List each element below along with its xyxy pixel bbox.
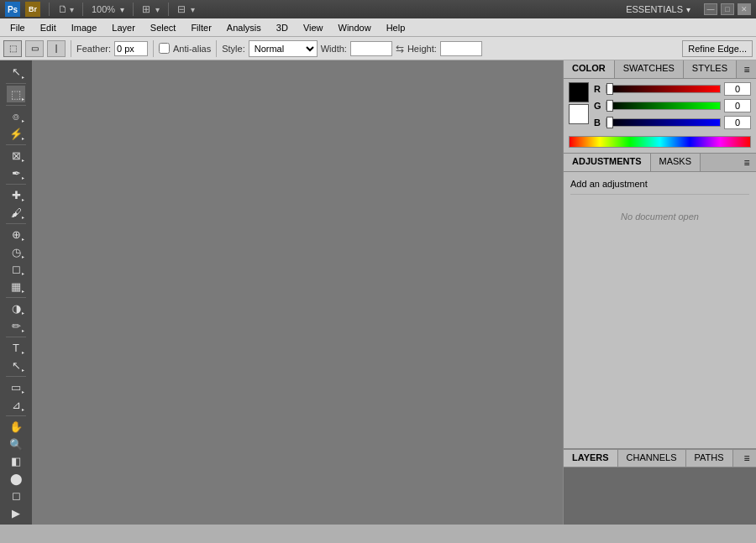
blue-value-input[interactable] — [724, 116, 751, 129]
adj-divider — [570, 194, 749, 195]
style-label: Style: — [222, 44, 245, 54]
red-value-input[interactable] — [724, 82, 751, 96]
history-tool[interactable]: ◷▸ — [7, 243, 25, 260]
crop-tool[interactable]: ⊠▸ — [7, 148, 25, 164]
close-button[interactable]: ✕ — [738, 3, 751, 15]
tab-channels[interactable]: CHANNELS — [618, 450, 686, 467]
lasso-tool[interactable]: ⌾▸ — [7, 108, 25, 125]
marquee-single-row-btn[interactable]: ▭ — [25, 40, 44, 57]
arrange-dropdown[interactable]: ▾ — [191, 5, 195, 14]
anti-alias-checkbox[interactable] — [159, 43, 170, 54]
tab-adjustments[interactable]: ADJUSTMENTS — [564, 154, 651, 171]
tool-separator-11 — [6, 297, 26, 298]
height-input[interactable] — [440, 41, 482, 56]
green-slider-row: G — [594, 99, 751, 112]
color-panel: COLOR SWATCHES STYLES ≡ R — [564, 60, 756, 154]
screen-mode-tool[interactable]: ◻ — [7, 488, 25, 504]
menu-bar: FileEditImageLayerSelectFilterAnalysis3D… — [0, 18, 756, 37]
adj-content: Add an adjustment No document open — [564, 172, 756, 228]
layers-panel-menu-btn[interactable]: ≡ — [738, 450, 756, 467]
canvas-area[interactable] — [32, 60, 563, 525]
fg-bg-swatch[interactable]: ◧ — [7, 453, 25, 470]
feather-label: Feather: — [76, 44, 111, 54]
gradient-tool[interactable]: ▦▸ — [7, 278, 25, 295]
menu-item-view[interactable]: View — [297, 21, 330, 34]
file-nav-icon[interactable]: 🗋 — [58, 3, 68, 15]
tool-separator-3 — [6, 144, 26, 145]
feather-input[interactable] — [114, 41, 148, 56]
red-slider-thumb[interactable] — [606, 83, 613, 95]
tool-separator-0 — [6, 83, 26, 84]
red-slider-track[interactable] — [606, 85, 721, 93]
essentials-label[interactable]: ESSENTIALS — [626, 4, 683, 14]
clone-tool[interactable]: ⊕▸ — [7, 227, 25, 243]
marquee-single-col-btn[interactable]: | — [47, 40, 66, 57]
green-value-input[interactable] — [724, 99, 751, 112]
menu-item-filter[interactable]: Filter — [184, 21, 218, 34]
color-panel-tabs: COLOR SWATCHES STYLES ≡ — [564, 60, 756, 79]
menu-item-file[interactable]: File — [3, 21, 32, 34]
adj-empty-message: No document open — [570, 211, 749, 222]
heal-tool[interactable]: ✚▸ — [7, 187, 25, 204]
color-panel-menu-btn[interactable]: ≡ — [738, 60, 756, 78]
marquee-rect-btn[interactable]: ⬚ — [3, 40, 22, 57]
hand-tool[interactable]: ✋ — [7, 419, 25, 436]
minimize-button[interactable]: — — [704, 3, 717, 15]
brush-tool[interactable]: 🖌▸ — [7, 204, 25, 221]
menu-item-3d[interactable]: 3D — [270, 21, 295, 34]
spectrum-bar[interactable] — [569, 136, 751, 148]
quick-mask-tool[interactable]: ⬤ — [7, 471, 25, 488]
refine-edge-button[interactable]: Refine Edge... — [682, 40, 753, 57]
menu-item-help[interactable]: Help — [380, 21, 412, 34]
red-slider-row: R — [594, 82, 751, 96]
style-select[interactable]: Normal Fixed Ratio Fixed Size — [249, 40, 318, 57]
menu-item-select[interactable]: Select — [144, 21, 183, 34]
cs-review-tool[interactable]: ▶ — [7, 505, 25, 522]
menu-item-analysis[interactable]: Analysis — [220, 21, 268, 34]
green-slider-thumb[interactable] — [606, 100, 613, 112]
menu-item-layer[interactable]: Layer — [105, 21, 142, 34]
tab-paths[interactable]: PATHS — [686, 450, 733, 467]
width-input[interactable] — [350, 41, 392, 56]
opt-sep1 — [71, 40, 71, 57]
green-slider-track[interactable] — [606, 102, 721, 110]
tab-swatches[interactable]: SWATCHES — [615, 60, 684, 78]
path-select-tool[interactable]: ↖▸ — [7, 357, 25, 373]
menu-item-window[interactable]: Window — [332, 21, 378, 34]
zoom-tool[interactable]: 🔍 — [7, 436, 25, 452]
menu-item-edit[interactable]: Edit — [34, 21, 63, 34]
opt-sep2 — [153, 40, 154, 57]
marquee-tool[interactable]: ⬚▸ — [7, 86, 25, 102]
pen-tool[interactable]: ✏▸ — [7, 317, 25, 334]
eraser-tool[interactable]: ◻▸ — [7, 261, 25, 278]
view-dropdown[interactable]: ▾ — [155, 5, 160, 14]
shape-tool[interactable]: ▭▸ — [7, 379, 25, 396]
tab-styles[interactable]: STYLES — [684, 60, 737, 78]
essentials-dropdown[interactable]: ▾ — [686, 5, 690, 14]
fg-color-swatch[interactable] — [569, 82, 589, 102]
maximize-button[interactable]: □ — [721, 3, 734, 15]
3d-tool[interactable]: ⊿▸ — [7, 396, 25, 413]
file-nav-dropdown[interactable]: ▾ — [70, 5, 74, 14]
br-app-icon[interactable]: Br — [25, 2, 40, 17]
tab-masks[interactable]: MASKS — [651, 154, 701, 171]
view-icon[interactable]: ⊞ — [142, 3, 150, 15]
bg-color-swatch[interactable] — [569, 104, 589, 124]
menu-item-image[interactable]: Image — [65, 21, 104, 34]
zoom-dropdown[interactable]: ▾ — [120, 5, 124, 14]
blue-slider-track[interactable] — [606, 118, 721, 127]
main-layout: ↖▸⬚▸⌾▸⚡▸⊠▸✒▸✚▸🖌▸⊕▸◷▸◻▸▦▸◑▸✏▸T▸↖▸▭▸⊿▸✋🔍◧⬤… — [0, 60, 756, 525]
swap-wh-icon[interactable]: ⇆ — [396, 43, 404, 55]
move-tool[interactable]: ↖▸ — [7, 64, 25, 81]
dodge-tool[interactable]: ◑▸ — [7, 300, 25, 317]
adj-panel-menu-btn[interactable]: ≡ — [738, 154, 756, 171]
layers-panel-tabs: LAYERS CHANNELS PATHS ≡ — [564, 449, 756, 467]
type-tool[interactable]: T▸ — [7, 340, 25, 357]
tab-layers[interactable]: LAYERS — [564, 450, 618, 467]
magic-wand-tool[interactable]: ⚡▸ — [7, 125, 25, 142]
tab-color[interactable]: COLOR — [564, 60, 615, 78]
arrange-icon[interactable]: ⊟ — [177, 3, 186, 15]
blue-slider-thumb[interactable] — [606, 117, 613, 128]
eyedropper-tool[interactable]: ✒▸ — [7, 164, 25, 181]
title-bar-right: ESSENTIALS ▾ — □ ✕ — [626, 3, 751, 15]
